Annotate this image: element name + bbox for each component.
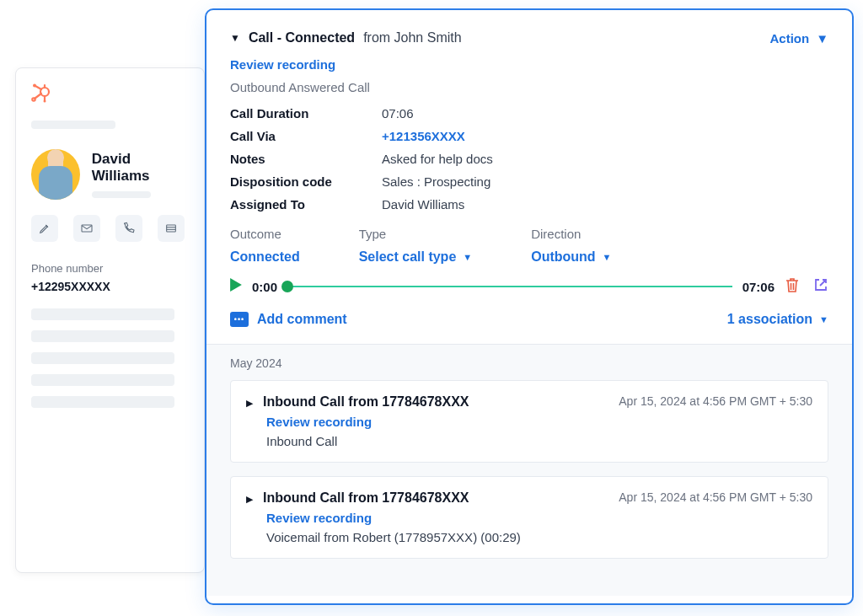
external-link-icon[interactable]	[813, 277, 828, 296]
add-comment-button[interactable]: ••• Add comment	[230, 312, 347, 327]
contact-action-row	[31, 215, 189, 242]
hubspot-logo-icon	[31, 83, 51, 104]
player-total-time: 07:06	[742, 280, 775, 294]
audio-player: 0:00 07:06	[230, 276, 828, 297]
call-footer-row: ••• Add comment 1 association ▼	[230, 312, 828, 327]
call-subtype: Outbound Answered Call	[230, 80, 828, 94]
phone-icon-button[interactable]	[115, 215, 142, 242]
card-icon-button[interactable]	[158, 215, 185, 242]
history-item-subtype: Voicemail from Robert (1778957XXX) (00:2…	[266, 530, 812, 544]
disposition-value: Sales : Prospecting	[382, 174, 828, 189]
association-dropdown[interactable]: 1 association ▼	[727, 312, 828, 327]
collapse-caret-icon[interactable]: ▼	[230, 32, 240, 44]
svg-rect-8	[82, 225, 92, 232]
player-knob[interactable]	[281, 281, 293, 292]
player-current-time: 0:00	[252, 280, 277, 294]
phone-field-value: +12295XXXXX	[31, 280, 189, 293]
history-item-title: Inbound Call from 17784678XXX	[263, 394, 469, 410]
call-from-text: from John Smith	[363, 30, 461, 46]
history-item-timestamp: Apr 15, 2024 at 4:56 PM GMT + 5:30	[619, 394, 812, 408]
svg-point-7	[33, 84, 36, 88]
history-month-label: May 2024	[230, 356, 828, 370]
disposition-label: Disposition code	[230, 174, 382, 189]
expand-caret-icon[interactable]: ▶	[246, 398, 253, 409]
duration-label: Call Duration	[230, 106, 382, 121]
chevron-down-icon: ▼	[603, 252, 612, 262]
call-detail-grid: Call Duration 07:06 Call Via +121356XXXX…	[230, 106, 828, 212]
chevron-down-icon: ▼	[816, 31, 828, 46]
skeleton-line	[92, 191, 151, 198]
notes-value: Asked for help docs	[382, 152, 828, 166]
play-button-icon[interactable]	[230, 278, 242, 295]
review-recording-link[interactable]: Review recording	[230, 57, 828, 72]
review-recording-link[interactable]: Review recording	[266, 511, 812, 525]
history-item-timestamp: Apr 15, 2024 at 4:56 PM GMT + 5:30	[619, 490, 812, 504]
assigned-label: Assigned To	[230, 197, 382, 212]
association-label: 1 association	[727, 312, 812, 327]
history-card[interactable]: ▶ Inbound Call from 17784678XXX Apr 15, …	[230, 476, 828, 559]
chevron-down-icon: ▼	[819, 314, 828, 324]
duration-value: 07:06	[382, 106, 828, 121]
call-history-section: May 2024 ▶ Inbound Call from 17784678XXX…	[206, 344, 852, 596]
via-value-link[interactable]: +121356XXXX	[382, 129, 828, 143]
direction-dropdown[interactable]: Outbound▼	[531, 249, 611, 265]
svg-point-5	[32, 98, 35, 101]
action-label: Action	[769, 31, 809, 46]
contact-sidebar-card: David Williams Phone number +12295XXXXX	[15, 67, 205, 573]
history-item-title: Inbound Call from 17784678XXX	[263, 490, 469, 506]
email-icon-button[interactable]	[73, 215, 100, 242]
notes-label: Notes	[230, 152, 382, 166]
svg-point-3	[44, 100, 46, 103]
call-header-row: ▼ Call - Connected from John Smith Actio…	[230, 30, 828, 46]
via-label: Call Via	[230, 129, 382, 143]
skeleton-group	[31, 308, 189, 408]
type-dropdown[interactable]: Select call type▼	[359, 249, 473, 265]
history-item-subtype: Inbound Call	[266, 434, 812, 448]
chevron-down-icon: ▼	[463, 252, 472, 262]
call-title: Call - Connected	[249, 30, 355, 46]
direction-label: Direction	[531, 227, 611, 241]
skeleton-line	[31, 121, 115, 129]
add-comment-label: Add comment	[257, 312, 347, 327]
trash-icon[interactable]	[785, 276, 800, 297]
svg-line-4	[35, 94, 41, 99]
outcome-label: Outcome	[230, 227, 300, 241]
expand-caret-icon[interactable]: ▶	[246, 494, 253, 505]
review-recording-link[interactable]: Review recording	[266, 415, 812, 429]
svg-rect-9	[167, 225, 176, 232]
svg-line-6	[35, 86, 41, 89]
outcome-dropdown[interactable]: Connected	[230, 249, 300, 265]
contact-header: David Williams	[31, 149, 189, 200]
phone-field-label: Phone number	[31, 262, 189, 275]
assigned-value: David Williams	[382, 197, 828, 212]
type-label: Type	[359, 227, 473, 241]
comment-icon: •••	[230, 312, 249, 327]
action-dropdown[interactable]: Action ▼	[769, 31, 828, 46]
history-card[interactable]: ▶ Inbound Call from 17784678XXX Apr 15, …	[230, 380, 828, 463]
avatar	[31, 149, 80, 200]
player-track[interactable]	[287, 286, 732, 287]
note-icon-button[interactable]	[31, 215, 58, 242]
selector-row: Outcome Connected Type Select call type▼…	[230, 227, 828, 265]
call-detail-panel: ▼ Call - Connected from John Smith Actio…	[205, 8, 854, 605]
contact-name: David Williams	[92, 151, 189, 185]
